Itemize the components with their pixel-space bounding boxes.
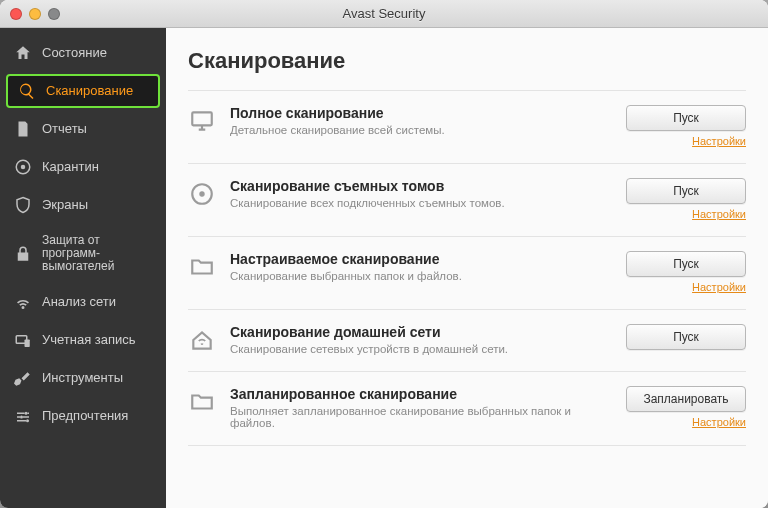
settings-link[interactable]: Настройки [624, 281, 746, 293]
folder-icon [188, 388, 216, 416]
scan-actions: Пуск Настройки [624, 178, 746, 220]
scan-actions: Пуск [624, 324, 746, 350]
scan-text: Полное сканирование Детальное сканирован… [230, 105, 610, 136]
settings-link[interactable]: Настройки [624, 135, 746, 147]
scan-row-custom: Настраиваемое сканирование Сканирование … [188, 236, 746, 309]
scan-title: Запланированное сканирование [230, 386, 610, 402]
svg-point-4 [25, 411, 28, 414]
disc-icon [188, 180, 216, 208]
monitor-icon [188, 107, 216, 135]
scan-text: Сканирование съемных томов Сканирование … [230, 178, 610, 209]
svg-point-9 [200, 192, 204, 196]
sidebar-item-label: Сканирование [46, 84, 133, 98]
page-title: Сканирование [188, 48, 746, 74]
sidebar-item-label: Инструменты [42, 371, 123, 385]
scan-row-full: Полное сканирование Детальное сканирован… [188, 90, 746, 163]
svg-point-1 [21, 165, 26, 170]
scan-row-scheduled: Запланированное сканирование Выполняет з… [188, 371, 746, 446]
schedule-button[interactable]: Запланировать [626, 386, 746, 412]
sidebar-item-preferences[interactable]: Предпочтения [0, 398, 166, 436]
scan-actions: Пуск Настройки [624, 251, 746, 293]
sidebar-item-label: Анализ сети [42, 295, 116, 309]
close-icon[interactable] [10, 8, 22, 20]
sidebar-item-label: Предпочтения [42, 409, 128, 423]
scan-desc: Сканирование выбранных папок и файлов. [230, 270, 610, 282]
sidebar-item-label: Карантин [42, 160, 99, 174]
window-body: Состояние Сканирование Отчеты Карантин [0, 28, 768, 508]
sidebar-item-scan[interactable]: Сканирование [6, 74, 160, 108]
sidebar-item-shields[interactable]: Экраны [0, 186, 166, 224]
sidebar-item-account[interactable]: Учетная запись [0, 322, 166, 360]
sidebar-item-label: Отчеты [42, 122, 87, 136]
sidebar-item-reports[interactable]: Отчеты [0, 110, 166, 148]
scan-actions: Запланировать Настройки [624, 386, 746, 428]
run-button[interactable]: Пуск [626, 178, 746, 204]
app-window: Avast Security Состояние Сканирование [0, 0, 768, 508]
wifi-icon [14, 294, 32, 312]
scan-title: Сканирование съемных томов [230, 178, 610, 194]
scan-actions: Пуск Настройки [624, 105, 746, 147]
zoom-icon[interactable] [48, 8, 60, 20]
devices-icon [14, 332, 32, 350]
folder-icon [188, 253, 216, 281]
svg-rect-7 [192, 112, 212, 125]
settings-link[interactable]: Настройки [624, 208, 746, 220]
window-controls [10, 8, 60, 20]
scan-row-home-network: Сканирование домашней сети Сканирование … [188, 309, 746, 371]
sidebar-item-label: Учетная запись [42, 333, 136, 347]
main-panel: Сканирование Полное сканирование Детальн… [166, 28, 768, 508]
home-network-icon [188, 326, 216, 354]
run-button[interactable]: Пуск [626, 105, 746, 131]
scan-text: Сканирование домашней сети Сканирование … [230, 324, 610, 355]
titlebar: Avast Security [0, 0, 768, 28]
svg-point-6 [26, 419, 29, 422]
scan-desc: Сканирование всех подключенных съемных т… [230, 197, 610, 209]
sidebar-item-tools[interactable]: Инструменты [0, 360, 166, 398]
search-icon [18, 82, 36, 100]
home-icon [14, 44, 32, 62]
svg-rect-3 [25, 339, 30, 347]
tools-icon [14, 370, 32, 388]
sidebar-item-status[interactable]: Состояние [0, 34, 166, 72]
scan-text: Настраиваемое сканирование Сканирование … [230, 251, 610, 282]
run-button[interactable]: Пуск [626, 324, 746, 350]
scan-title: Полное сканирование [230, 105, 610, 121]
scan-title: Сканирование домашней сети [230, 324, 610, 340]
scan-desc: Выполняет запланированное сканирование в… [230, 405, 610, 429]
sidebar-item-label: Защита от программ-вымогателей [42, 234, 154, 274]
scan-row-removable: Сканирование съемных томов Сканирование … [188, 163, 746, 236]
sidebar-item-label: Экраны [42, 198, 88, 212]
settings-link[interactable]: Настройки [624, 416, 746, 428]
sliders-icon [14, 408, 32, 426]
scan-desc: Детальное сканирование всей системы. [230, 124, 610, 136]
sidebar-item-network[interactable]: Анализ сети [0, 284, 166, 322]
scan-text: Запланированное сканирование Выполняет з… [230, 386, 610, 429]
scan-desc: Сканирование сетевых устройств в домашне… [230, 343, 610, 355]
scan-title: Настраиваемое сканирование [230, 251, 610, 267]
minimize-icon[interactable] [29, 8, 41, 20]
run-button[interactable]: Пуск [626, 251, 746, 277]
lock-icon [14, 245, 32, 263]
document-icon [14, 120, 32, 138]
shield-icon [14, 196, 32, 214]
sidebar-item-ransomware[interactable]: Защита от программ-вымогателей [0, 224, 166, 284]
window-title: Avast Security [0, 6, 768, 21]
biohazard-icon [14, 158, 32, 176]
sidebar-item-label: Состояние [42, 46, 107, 60]
sidebar: Состояние Сканирование Отчеты Карантин [0, 28, 166, 508]
sidebar-item-quarantine[interactable]: Карантин [0, 148, 166, 186]
svg-point-5 [20, 415, 23, 418]
